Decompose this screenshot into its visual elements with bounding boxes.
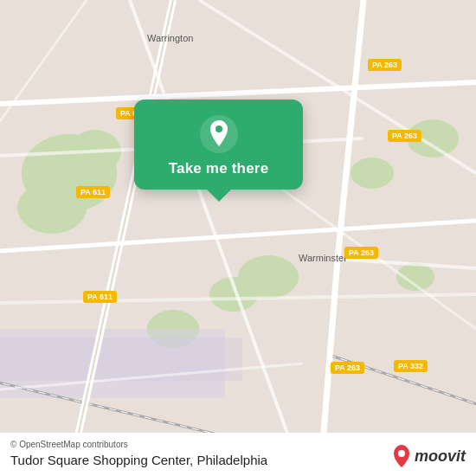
map-svg xyxy=(0,0,476,476)
route-badge-pa332: PA 332 xyxy=(394,360,428,372)
svg-point-31 xyxy=(215,125,222,132)
moovit-pin-icon xyxy=(392,445,411,467)
moovit-logo: moovit xyxy=(392,445,466,467)
route-badge-pa263-right1: PA 263 xyxy=(388,130,421,142)
route-badge-pa263-bot: PA 263 xyxy=(331,362,364,374)
callout-bubble[interactable]: Take me there xyxy=(134,100,303,190)
route-badge-pa263-right2: PA 263 xyxy=(344,247,378,259)
map-container: Warrington Warminster PA 611 PA 611 PA 6… xyxy=(0,0,476,476)
take-me-there-label: Take me there xyxy=(169,160,269,177)
location-pin-icon xyxy=(200,115,238,153)
route-badge-pa611-bot: PA 611 xyxy=(83,291,117,303)
route-badge-pa263-top: PA 263 xyxy=(368,59,402,71)
svg-point-7 xyxy=(351,158,394,189)
route-badge-pa611-mid: PA 611 xyxy=(76,186,110,198)
svg-rect-11 xyxy=(0,338,242,381)
svg-point-32 xyxy=(398,450,405,457)
moovit-text: moovit xyxy=(415,447,466,466)
